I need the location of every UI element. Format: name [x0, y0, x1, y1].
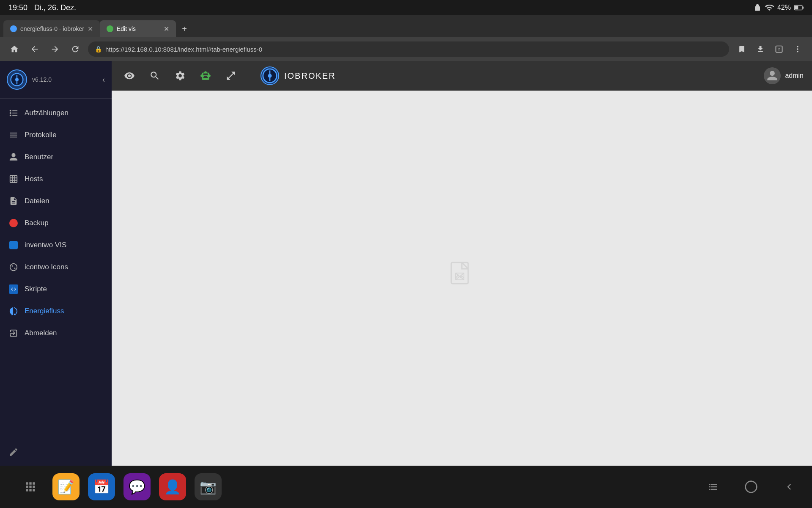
sidebar: v6.12.0 ‹ Aufzählungen Protokolle	[0, 61, 112, 466]
battery-icon	[794, 5, 804, 11]
forward-nav-button[interactable]	[47, 41, 63, 57]
address-bar[interactable]: 🔒 https://192.168.0.10:8081/index.html#t…	[88, 41, 729, 57]
svg-point-18	[11, 265, 13, 267]
status-bar: 19:50 Di., 26. Dez. 42%	[0, 0, 812, 15]
menu-button[interactable]	[790, 41, 805, 57]
sidebar-item-label-dateien: Dateien	[25, 197, 49, 205]
home-button[interactable]	[744, 480, 758, 494]
app-logo	[261, 66, 279, 85]
svg-point-19	[14, 268, 16, 269]
tab-close-editvis[interactable]: ✕	[164, 25, 169, 33]
sidebar-item-label-aufzaehlungen: Aufzählungen	[25, 109, 69, 117]
edit-button[interactable]	[0, 440, 112, 466]
toolbar-actions: 2	[734, 41, 805, 57]
sidebar-item-benutzer[interactable]: Benutzer	[0, 146, 112, 168]
status-left: 19:50 Di., 26. Dez.	[8, 3, 76, 12]
back-nav-button[interactable]	[27, 41, 42, 57]
energiefluss-icon	[8, 306, 19, 316]
resize-button[interactable]	[222, 66, 240, 85]
sidebar-version: v6.12.0	[32, 76, 97, 83]
svg-rect-1	[795, 6, 798, 9]
recent-apps-button[interactable]	[707, 481, 719, 493]
settings-button[interactable]	[145, 66, 164, 85]
sidebar-item-label-energiefluss: Energiefluss	[25, 307, 64, 315]
svg-point-28	[746, 481, 757, 493]
svg-point-22	[268, 74, 272, 78]
tab-icon-editvis	[107, 25, 113, 32]
user-avatar	[764, 67, 781, 84]
tab-label-editvis: Edit vis	[117, 25, 136, 32]
hosts-icon	[8, 174, 19, 184]
app-title: IOBROKER	[284, 71, 336, 81]
tab-close-energiefluss[interactable]: ✕	[88, 25, 93, 33]
browser-toolbar: 🔒 https://192.168.0.10:8081/index.html#t…	[0, 37, 812, 61]
adapter-button[interactable]	[196, 66, 215, 85]
android-nav-bar: 📝 📅 💬 👤 📷	[0, 466, 812, 508]
app-container: v6.12.0 ‹ Aufzählungen Protokolle	[0, 61, 812, 466]
sidebar-item-hosts[interactable]: Hosts	[0, 168, 112, 190]
svg-rect-2	[802, 6, 804, 8]
calendar-app-icon[interactable]: 📅	[88, 473, 115, 500]
tab-icon-energiefluss	[10, 25, 17, 32]
wifi-icon	[765, 3, 774, 12]
svg-point-10	[15, 78, 19, 81]
home-nav-button[interactable]	[7, 41, 22, 57]
sidebar-item-label-protokolle: Protokolle	[25, 131, 57, 139]
sidebar-collapse-button[interactable]: ‹	[102, 75, 105, 84]
sidebar-item-abmelden[interactable]: Abmelden	[0, 322, 112, 344]
sidebar-item-label-skripte: Skripte	[25, 285, 47, 293]
inventwo-icon	[8, 240, 19, 250]
notes-app-icon[interactable]: 📝	[52, 473, 80, 500]
app-toolbar: IOBROKER admin	[112, 61, 812, 91]
download-button[interactable]	[753, 41, 768, 57]
aufzaehlungen-icon	[8, 108, 19, 118]
sidebar-item-dateien[interactable]: Dateien	[0, 190, 112, 212]
empty-state-icon	[445, 260, 479, 296]
sidebar-item-inventwo[interactable]: inventwo VIS	[0, 234, 112, 256]
backup-icon	[8, 218, 19, 228]
sidebar-item-backup[interactable]: Backup	[0, 212, 112, 234]
sidebar-item-icontwo[interactable]: icontwo Icons	[0, 256, 112, 278]
app-drawer-button[interactable]	[17, 473, 44, 500]
lock-status-icon	[754, 4, 761, 11]
url-text: https://192.168.0.10:8081/index.html#tab…	[105, 46, 262, 53]
abmelden-icon	[8, 328, 19, 338]
tab-energiefluss[interactable]: energiefluss-0 - iobroker ✕	[3, 20, 100, 37]
svg-point-6	[797, 48, 798, 50]
sidebar-item-label-hosts: Hosts	[25, 175, 43, 183]
chat-app-icon[interactable]: 💬	[123, 473, 151, 500]
sidebar-logo	[7, 69, 27, 90]
app-logo-area: IOBROKER	[261, 66, 336, 85]
lock-icon: 🔒	[95, 46, 102, 52]
visibility-button[interactable]	[120, 66, 139, 85]
sidebar-item-label-backup: Backup	[25, 219, 49, 227]
battery-level: 42%	[777, 4, 791, 11]
svg-text:2: 2	[778, 47, 780, 51]
svg-rect-11	[10, 110, 11, 112]
people-app-icon[interactable]: 👤	[159, 473, 186, 500]
date: Di., 26. Dez.	[34, 3, 76, 12]
sidebar-item-protokolle[interactable]: Protokolle	[0, 124, 112, 146]
sidebar-nav: Aufzählungen Protokolle Benutzer	[0, 99, 112, 440]
tab-new-button[interactable]: +	[176, 20, 193, 37]
svg-rect-13	[10, 115, 11, 116]
time: 19:50	[8, 3, 27, 12]
sidebar-item-label-icontwo: icontwo Icons	[25, 263, 68, 271]
reload-nav-button[interactable]	[68, 41, 83, 57]
bookmark-button[interactable]	[734, 41, 749, 57]
camera-app-icon[interactable]: 📷	[195, 473, 222, 500]
sidebar-item-aufzaehlungen[interactable]: Aufzählungen	[0, 102, 112, 124]
tab-count-button[interactable]: 2	[771, 41, 787, 57]
sidebar-item-energiefluss[interactable]: Energiefluss	[0, 300, 112, 322]
username-label: admin	[785, 72, 804, 80]
app-user: admin	[764, 67, 804, 84]
tab-editvis[interactable]: Edit vis ✕	[100, 20, 176, 37]
tab-label-energiefluss: energiefluss-0 - iobroker	[20, 25, 84, 32]
sidebar-item-skripte[interactable]: Skripte	[0, 278, 112, 300]
dateien-icon	[8, 196, 19, 206]
benutzer-icon	[8, 152, 19, 162]
back-button[interactable]	[783, 481, 795, 493]
config-button[interactable]	[171, 66, 189, 85]
android-nav-buttons	[707, 480, 795, 494]
svg-point-5	[797, 46, 798, 47]
